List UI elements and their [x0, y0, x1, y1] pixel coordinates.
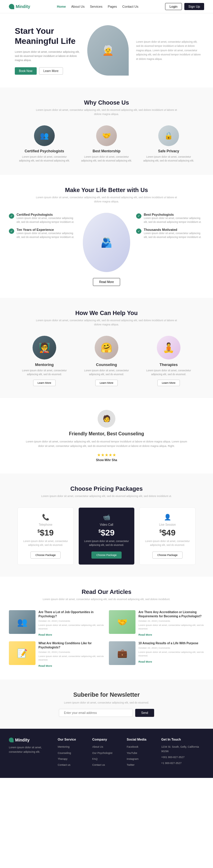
footer-contact-title: Get In Touch — [161, 738, 204, 741]
why-card-img-1: 🤝 — [96, 125, 117, 146]
newsletter-input[interactable] — [59, 709, 133, 717]
life-subtitle: Lorem ipsum dolor sit amet, consectetur … — [33, 195, 180, 204]
footer-brand-name: Mindity — [15, 738, 30, 742]
footer-link-instagram[interactable]: Instagram — [127, 757, 155, 761]
help-learn-btn-2[interactable]: Learn More — [157, 380, 180, 386]
why-card-desc-1: Lorem ipsum dolor sit amet, consectetur … — [80, 155, 133, 163]
article-img-1: 🤝 — [109, 610, 136, 634]
check-icon-3: ✓ — [136, 228, 141, 234]
nav-pages[interactable]: Pages — [108, 5, 117, 8]
signup-button[interactable]: Sign Up — [184, 3, 204, 10]
life-center: 🫂 — [83, 213, 130, 272]
nav-actions: Login Sign Up — [165, 3, 204, 10]
article-card-1: 🤝 Are There Any Accreditation or Licensi… — [109, 610, 204, 637]
article-date-0: October 22, 2019 | Comments — [38, 620, 104, 622]
article-date-2: October 22, 2019 | Comments — [38, 651, 104, 653]
learn-more-button[interactable]: Learn More — [39, 67, 63, 75]
footer-link-psychologist[interactable]: Our Psychologist — [92, 751, 121, 755]
why-subtitle: Lorem ipsum dolor sit amet, consectetur … — [33, 108, 180, 117]
article-date-3: October 22, 2019 | Comments — [138, 647, 204, 649]
article-read-more-0[interactable]: Read More — [38, 633, 52, 636]
help-learn-btn-1[interactable]: Learn More — [95, 380, 118, 386]
pricing-price-0: $$19 — [23, 528, 69, 537]
article-read-more-3[interactable]: Read More — [138, 660, 152, 663]
pricing-desc-2: Lorem ipsum dolor sit amet, consectetur … — [144, 539, 190, 547]
help-title: How We Can Help You — [9, 310, 204, 316]
newsletter-desc: Lorem ipsum dolor sit amet, consectetur … — [9, 701, 204, 704]
why-section: Why Choose Us Lorem ipsum dolor sit amet… — [0, 87, 213, 175]
footer-link-mentoring[interactable]: Mentoring — [58, 745, 86, 749]
footer-link-about[interactable]: About Us — [92, 745, 121, 749]
book-now-button[interactable]: Book Now — [15, 67, 37, 75]
brand-logo[interactable]: Mindity — [9, 4, 30, 9]
footer-link-twitter[interactable]: Twitter — [127, 763, 155, 767]
life-left: ✓ Certified Psychologists Lorem ipsum do… — [9, 213, 77, 243]
footer-brand-col: Mindity Lorem ipsum dolor sit amet, cons… — [9, 738, 52, 769]
login-button[interactable]: Login — [165, 3, 182, 10]
footer-company-title: Company — [92, 738, 121, 741]
footer-link-youtube[interactable]: YouTube — [127, 751, 155, 755]
footer-service-col: Our Service Mentoring Counseling Therapy… — [58, 738, 86, 769]
help-card-0: 🧑‍🏫 Mentoring Lorem ipsum dolor sit amet… — [18, 336, 71, 386]
why-card-1: 🤝 Best Mentorship Lorem ipsum dolor sit … — [80, 125, 133, 163]
article-desc-1: Lorem ipsum dolor sit amet, consectetur … — [138, 623, 204, 631]
footer-logo: Mindity — [9, 738, 52, 742]
nav-home[interactable]: Home — [57, 5, 66, 8]
article-read-more-2[interactable]: Read More — [38, 664, 52, 668]
article-card-2: 📝 What Are Working Conditions Like for P… — [9, 641, 104, 668]
footer-link-faq[interactable]: FAQ — [92, 757, 121, 761]
newsletter-send-button[interactable]: Send — [135, 709, 154, 717]
footer-address: 1234 St. South, Gelly, California 90296 — [161, 745, 204, 753]
nav-about[interactable]: About Us — [71, 5, 84, 8]
footer-link-counseling[interactable]: Counseling — [58, 751, 86, 755]
why-card-2: 🔒 Safe Privacy Lorem ipsum dolor sit ame… — [142, 125, 195, 163]
footer-social-title: Social Media — [127, 738, 155, 741]
hero-title: Start Your Meaningful Life — [15, 26, 80, 46]
check-icon-2: ✓ — [136, 213, 141, 219]
life-item-title-1: Ten Years of Experience — [16, 228, 77, 231]
nav-contact[interactable]: Contact Us — [122, 5, 138, 8]
check-icon-0: ✓ — [9, 213, 14, 219]
choose-btn-2[interactable]: Choose Package — [152, 552, 183, 559]
help-card-2: 🧘 Therapies Lorem ipsum dolor sit amet, … — [142, 336, 195, 386]
navbar: Mindity Home About Us Services Pages Con… — [0, 0, 213, 13]
footer-phone-1: +001 900-827-3527 — [161, 755, 204, 759]
hero-portrait: 🧑‍🦳 — [87, 25, 129, 75]
hero-section: Start Your Meaningful Life Lorem ipsum d… — [0, 13, 213, 87]
why-card-title-2: Safe Privacy — [142, 149, 195, 153]
footer-phone-2: +1 900-827-3527 — [161, 761, 204, 765]
help-card-1: 🤗 Counseling Lorem ipsum dolor sit amet,… — [80, 336, 133, 386]
hero-description: Lorem ipsum dolor sit amet, consectetur … — [15, 50, 80, 63]
footer-link-facebook[interactable]: Facebook — [127, 745, 155, 749]
help-card-title-2: Therapies — [142, 363, 195, 367]
why-card-title-0: Certified Psychologists — [18, 149, 71, 153]
life-item-desc-3: Lorem ipsum dolor sit amet, consectetur … — [144, 231, 204, 239]
hero-buttons: Book Now Learn More — [15, 67, 80, 75]
hero-side-text: Lorem ipsum dolor sit amet, consectetur … — [136, 40, 201, 61]
help-card-img-2: 🧘 — [157, 336, 180, 360]
help-card-img-1: 🤗 — [95, 336, 118, 360]
pricing-type-1: Video Call — [83, 523, 130, 526]
pricing-icon-0: 📞 — [23, 514, 69, 521]
read-more-button[interactable]: Read More — [93, 278, 120, 286]
article-read-more-1[interactable]: Read More — [138, 633, 152, 636]
brand-name: Mindity — [16, 4, 30, 9]
hero-portrait-img: 🧑‍🦳 — [87, 25, 129, 75]
article-img-0: 👥 — [9, 610, 36, 634]
nav-services[interactable]: Services — [90, 5, 102, 8]
help-learn-btn-0[interactable]: Learn More — [33, 380, 56, 386]
article-title-3: 10 Amazing Results of a Life With Purpos… — [138, 641, 204, 646]
articles-subtitle: Lorem ipsum dolor sit amet, consectetur … — [33, 597, 180, 601]
why-title: Why Choose Us — [9, 99, 204, 106]
choose-btn-0[interactable]: Choose Package — [31, 552, 61, 559]
article-card-0: 👥 Are There a Lot of Job Opportunities i… — [9, 610, 104, 637]
footer-link-contact-company[interactable]: Contact us — [92, 763, 121, 767]
footer-link-therapy[interactable]: Therapy — [58, 757, 86, 761]
mentor-stars: ★★★★★ — [24, 453, 189, 457]
choose-btn-1[interactable]: Choose Package — [92, 552, 122, 559]
footer: Mindity Lorem ipsum dolor sit amet, cons… — [0, 729, 213, 778]
articles-grid: 👥 Are There a Lot of Job Opportunities i… — [9, 610, 204, 668]
article-img-3: 💼 — [109, 641, 136, 665]
footer-brand-desc: Lorem ipsum dolor sit amet, consectetur … — [9, 745, 52, 754]
footer-link-contact-service[interactable]: Contact us — [58, 763, 86, 767]
